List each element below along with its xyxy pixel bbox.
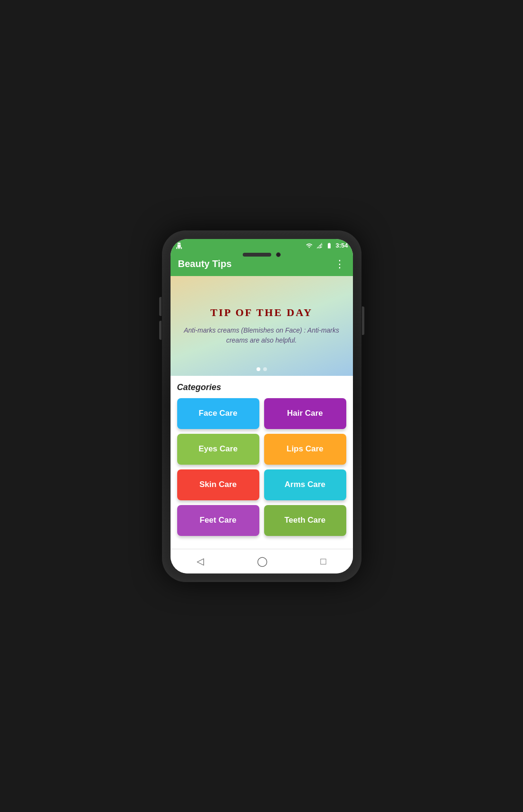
- menu-button[interactable]: ⋮: [334, 258, 345, 270]
- recent-apps-button[interactable]: □: [316, 551, 331, 572]
- eyes-care-button[interactable]: Eyes Care: [177, 434, 259, 465]
- phone-screen: 3:54 Beauty Tips ⋮ TIP OF THE DAY Anti-m…: [171, 239, 353, 573]
- vol-up-button: [159, 297, 162, 316]
- nav-bar: ◁ ◯ □: [171, 549, 353, 573]
- wifi-icon: [305, 242, 313, 249]
- phone-frame: 3:54 Beauty Tips ⋮ TIP OF THE DAY Anti-m…: [162, 230, 361, 582]
- tip-title: TIP OF THE DAY: [210, 306, 313, 319]
- recent-apps-icon: □: [321, 556, 326, 567]
- status-right: 3:54: [305, 242, 348, 249]
- lips-care-button[interactable]: Lips Care: [264, 434, 346, 465]
- back-button[interactable]: ◁: [192, 551, 209, 572]
- app-title: Beauty Tips: [178, 258, 232, 269]
- banner-carousel: TIP OF THE DAY Anti-marks creams (Blemis…: [171, 276, 353, 376]
- power-button: [362, 306, 364, 335]
- status-bar: 3:54: [171, 239, 353, 252]
- hair-care-button[interactable]: Hair Care: [264, 398, 346, 429]
- feet-care-button[interactable]: Feet Care: [177, 505, 259, 536]
- screen-content: 3:54 Beauty Tips ⋮ TIP OF THE DAY Anti-m…: [171, 239, 353, 573]
- tip-text: Anti-marks creams (Blemishes on Face) : …: [180, 325, 343, 345]
- face-care-button[interactable]: Face Care: [177, 398, 259, 429]
- phone-top-decorations: [243, 252, 281, 257]
- camera: [276, 252, 281, 257]
- categories-section: Categories Face Care Hair Care Eyes Care…: [171, 376, 353, 549]
- vol-down-button: [159, 321, 162, 340]
- carousel-dots: [257, 367, 267, 371]
- skin-care-button[interactable]: Skin Care: [177, 469, 259, 500]
- signal-off-icon: [315, 242, 323, 249]
- dot-1: [257, 367, 260, 371]
- status-left: [175, 242, 183, 249]
- battery-icon: [325, 242, 333, 249]
- teeth-care-button[interactable]: Teeth Care: [264, 505, 346, 536]
- home-icon: ◯: [257, 555, 267, 567]
- android-icon: [175, 242, 183, 249]
- speaker: [243, 253, 271, 257]
- dot-2: [263, 367, 267, 371]
- back-icon: ◁: [197, 555, 204, 567]
- categories-grid: Face Care Hair Care Eyes Care Lips Care …: [177, 398, 346, 536]
- home-button[interactable]: ◯: [252, 551, 272, 572]
- categories-title: Categories: [177, 382, 346, 392]
- status-time: 3:54: [335, 242, 348, 249]
- arms-care-button[interactable]: Arms Care: [264, 469, 346, 500]
